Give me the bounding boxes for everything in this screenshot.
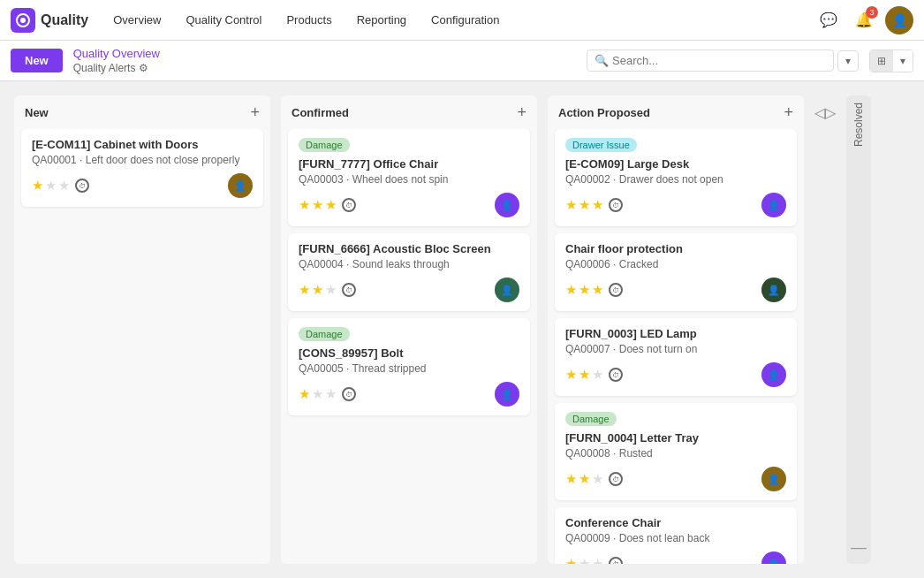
card-c5-footer: ★ ★ ★ ⏱ 👤: [565, 193, 786, 217]
breadcrumb-bottom-text: Quality Alerts: [73, 62, 136, 74]
card-c6[interactable]: Chair floor protection QA00006 · Cracked…: [555, 233, 797, 311]
clock-icon: ⏱: [609, 198, 623, 212]
star-3: ★: [325, 386, 337, 402]
navbar: Quality Overview Quality Control Product…: [0, 0, 924, 41]
card-c3-subtitle: QA00004 · Sound leaks through: [299, 258, 519, 270]
star-2: ★: [312, 197, 323, 213]
star-1: ★: [299, 282, 310, 298]
nav-overview[interactable]: Overview: [102, 8, 171, 32]
star-3: ★: [592, 197, 603, 213]
card-c8-footer-left: ★ ★ ★ ⏱: [565, 471, 623, 487]
card-c4-footer: ★ ★ ★ ⏱ 👤: [299, 382, 519, 407]
card-c5[interactable]: Drawer Issue [E-COM09] Large Desk QA0000…: [555, 129, 797, 226]
column-action-proposed-header: Action Proposed +: [548, 95, 804, 129]
star-1: ★: [299, 386, 310, 402]
card-c8-stars: ★ ★ ★: [565, 471, 603, 487]
card-c9[interactable]: Conference Chair QA00009 · Does not lean…: [555, 507, 797, 564]
card-c9-avatar: 👤: [761, 551, 786, 564]
clock-icon: ⏱: [609, 368, 623, 382]
card-c5-tag: Drawer Issue: [565, 138, 637, 152]
card-c6-title: Chair floor protection: [565, 242, 786, 255]
brand-name: Quality: [41, 12, 88, 28]
card-c5-subtitle: QA00002 · Drawer does not open: [565, 173, 786, 186]
star-1: ★: [565, 471, 577, 487]
nav-configuration[interactable]: Configuration: [420, 8, 510, 32]
card-c8-footer: ★ ★ ★ ⏱ 👤: [565, 467, 786, 491]
card-c4-footer-left: ★ ★ ★ ⏱: [299, 386, 356, 402]
star-2: ★: [312, 282, 323, 298]
activity-icon-btn[interactable]: 🔔 3: [850, 6, 878, 34]
card-c1-avatar: 👤: [228, 173, 253, 198]
card-c5-title: [E-COM09] Large Desk: [565, 157, 786, 171]
clock-icon: ⏱: [609, 557, 623, 564]
card-c2[interactable]: Damage [FURN_7777] Office Chair QA00003 …: [288, 129, 530, 226]
card-c1-footer-left: ★ ★ ★ ⏱: [32, 178, 89, 194]
star-2: ★: [579, 197, 590, 213]
card-c4[interactable]: Damage [CONS_89957] Bolt QA00005 · Threa…: [288, 318, 530, 415]
new-button[interactable]: New: [11, 49, 63, 72]
column-new-add-button[interactable]: +: [250, 104, 260, 120]
star-2: ★: [579, 471, 590, 487]
breadcrumb-bottom: Quality Alerts ⚙: [73, 62, 160, 74]
card-c7-footer-left: ★ ★ ★ ⏱: [565, 367, 623, 383]
kanban-view-button[interactable]: ⊞: [870, 50, 893, 72]
card-c1[interactable]: [E-COM11] Cabinet with Doors QA00001 · L…: [21, 129, 263, 207]
card-c6-footer: ★ ★ ★ ⏱ 👤: [565, 278, 786, 302]
card-c3-footer-left: ★ ★ ★ ⏱: [299, 282, 356, 298]
card-c2-subtitle: QA00003 · Wheel does not spin: [299, 173, 519, 186]
brand: Quality: [11, 8, 88, 33]
star-3: ★: [592, 471, 603, 487]
card-c8-title: [FURN_0004] Letter Tray: [565, 431, 786, 445]
chat-icon-btn[interactable]: 💬: [814, 6, 843, 34]
star-2: ★: [45, 178, 57, 194]
column-confirmed: Confirmed + Damage [FURN_7777] Office Ch…: [281, 95, 537, 564]
nav-quality-control[interactable]: Quality Control: [175, 8, 272, 32]
star-1: ★: [32, 178, 43, 194]
card-c3-footer: ★ ★ ★ ⏱ 👤: [299, 278, 519, 302]
card-c4-subtitle: QA00005 · Thread stripped: [299, 362, 519, 375]
search-input[interactable]: [612, 54, 826, 67]
star-1: ★: [565, 282, 577, 298]
column-action-proposed-add-button[interactable]: +: [784, 104, 793, 120]
card-c1-title: [E-COM11] Cabinet with Doors: [32, 138, 253, 151]
card-c5-stars: ★ ★ ★: [565, 197, 603, 213]
star-3: ★: [592, 367, 603, 383]
star-1: ★: [565, 197, 577, 213]
breadcrumb-top[interactable]: Quality Overview: [73, 47, 160, 60]
column-confirmed-cards: Damage [FURN_7777] Office Chair QA00003 …: [281, 129, 537, 564]
column-action-proposed-cards: Drawer Issue [E-COM09] Large Desk QA0000…: [548, 129, 804, 564]
star-3: ★: [325, 282, 337, 298]
card-c7[interactable]: [FURN_0003] LED Lamp QA00007 · Does not …: [555, 318, 797, 396]
search-dropdown-button[interactable]: ▾: [837, 50, 859, 72]
card-c6-footer-left: ★ ★ ★ ⏱: [565, 282, 623, 298]
card-c1-stars: ★ ★ ★: [32, 178, 70, 194]
card-c3-stars: ★ ★ ★: [299, 282, 337, 298]
column-confirmed-add-button[interactable]: +: [517, 104, 526, 120]
gear-icon[interactable]: ⚙: [139, 62, 148, 74]
nav-products[interactable]: Products: [276, 8, 342, 32]
card-c2-tag: Damage: [299, 138, 350, 152]
card-c8[interactable]: Damage [FURN_0004] Letter Tray QA00008 ·…: [555, 403, 797, 500]
card-c2-footer: ★ ★ ★ ⏱ 👤: [299, 193, 519, 217]
star-2: ★: [312, 386, 323, 402]
card-c3-avatar: 👤: [495, 278, 519, 302]
card-c7-stars: ★ ★ ★: [565, 367, 603, 383]
nav-reporting[interactable]: Reporting: [346, 8, 417, 32]
card-c2-title: [FURN_7777] Office Chair: [299, 157, 519, 171]
column-resize-handle[interactable]: ◁▷: [814, 95, 836, 564]
list-view-button[interactable]: ▾: [893, 50, 913, 72]
column-action-proposed-title: Action Proposed: [558, 106, 650, 119]
card-c6-stars: ★ ★ ★: [565, 282, 603, 298]
kanban-board: New + [E-COM11] Cabinet with Doors QA000…: [0, 81, 924, 578]
user-avatar[interactable]: 👤: [885, 6, 913, 34]
column-new: New + [E-COM11] Cabinet with Doors QA000…: [14, 95, 270, 564]
star-3: ★: [58, 178, 70, 194]
star-1: ★: [565, 556, 577, 564]
card-c3[interactable]: [FURN_6666] Acoustic Bloc Screen QA00004…: [288, 233, 530, 311]
resolved-collapse-icon[interactable]: —: [851, 538, 867, 557]
card-c2-stars: ★ ★ ★: [299, 197, 337, 213]
column-resolved-collapsed: Resolved —: [846, 95, 871, 564]
card-c6-avatar: 👤: [761, 278, 786, 302]
card-c2-avatar: 👤: [495, 193, 519, 217]
star-2: ★: [579, 367, 590, 383]
